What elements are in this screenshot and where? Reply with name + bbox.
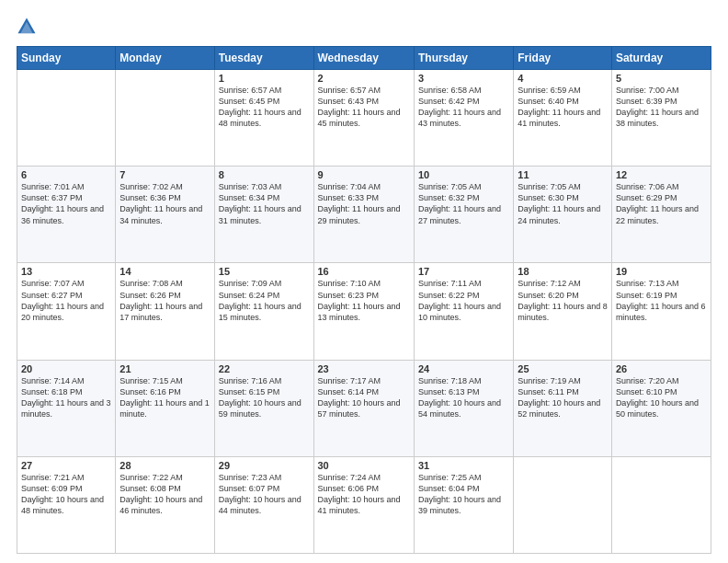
calendar-cell: 10Sunrise: 7:05 AM Sunset: 6:32 PM Dayli…	[414, 167, 513, 263]
calendar-header-row: SundayMondayTuesdayWednesdayThursdayFrid…	[17, 47, 711, 70]
day-number: 18	[518, 266, 608, 277]
day-number: 1	[219, 73, 310, 84]
day-info: Sunrise: 7:23 AM Sunset: 6:07 PM Dayligh…	[219, 472, 310, 517]
header	[17, 17, 711, 37]
day-number: 22	[219, 363, 310, 374]
column-header-thursday: Thursday	[414, 47, 513, 70]
day-info: Sunrise: 7:20 AM Sunset: 6:10 PM Dayligh…	[616, 375, 707, 420]
calendar-cell: 21Sunrise: 7:15 AM Sunset: 6:16 PM Dayli…	[116, 360, 214, 456]
day-number: 16	[318, 266, 410, 277]
calendar-cell: 30Sunrise: 7:24 AM Sunset: 6:06 PM Dayli…	[313, 456, 414, 553]
column-header-friday: Friday	[514, 47, 612, 70]
calendar-cell: 17Sunrise: 7:11 AM Sunset: 6:22 PM Dayli…	[414, 263, 513, 360]
day-info: Sunrise: 7:13 AM Sunset: 6:19 PM Dayligh…	[616, 278, 707, 323]
column-header-tuesday: Tuesday	[214, 47, 313, 70]
calendar-cell: 26Sunrise: 7:20 AM Sunset: 6:10 PM Dayli…	[611, 360, 711, 456]
day-number: 7	[119, 169, 210, 180]
day-info: Sunrise: 7:08 AM Sunset: 6:26 PM Dayligh…	[119, 278, 210, 323]
calendar-cell: 12Sunrise: 7:06 AM Sunset: 6:29 PM Dayli…	[611, 167, 711, 263]
calendar-cell: 31Sunrise: 7:25 AM Sunset: 6:04 PM Dayli…	[414, 456, 513, 553]
calendar-cell: 14Sunrise: 7:08 AM Sunset: 6:26 PM Dayli…	[116, 263, 214, 360]
calendar-cell: 4Sunrise: 6:59 AM Sunset: 6:40 PM Daylig…	[514, 70, 612, 167]
day-number: 9	[318, 169, 410, 180]
day-info: Sunrise: 7:10 AM Sunset: 6:23 PM Dayligh…	[318, 278, 410, 323]
day-number: 3	[418, 73, 509, 84]
calendar-cell: 16Sunrise: 7:10 AM Sunset: 6:23 PM Dayli…	[313, 263, 414, 360]
calendar-cell: 20Sunrise: 7:14 AM Sunset: 6:18 PM Dayli…	[17, 360, 116, 456]
calendar-week-row: 13Sunrise: 7:07 AM Sunset: 6:27 PM Dayli…	[17, 263, 711, 360]
day-number: 2	[318, 73, 410, 84]
day-info: Sunrise: 7:21 AM Sunset: 6:09 PM Dayligh…	[21, 472, 111, 517]
calendar-cell: 5Sunrise: 7:00 AM Sunset: 6:39 PM Daylig…	[611, 70, 711, 167]
calendar-cell	[17, 70, 116, 167]
day-number: 29	[219, 460, 310, 471]
calendar-week-row: 1Sunrise: 6:57 AM Sunset: 6:45 PM Daylig…	[17, 70, 711, 167]
calendar-cell: 3Sunrise: 6:58 AM Sunset: 6:42 PM Daylig…	[414, 70, 513, 167]
calendar-week-row: 6Sunrise: 7:01 AM Sunset: 6:37 PM Daylig…	[17, 167, 711, 263]
calendar-cell: 29Sunrise: 7:23 AM Sunset: 6:07 PM Dayli…	[214, 456, 313, 553]
calendar-cell: 8Sunrise: 7:03 AM Sunset: 6:34 PM Daylig…	[214, 167, 313, 263]
calendar-week-row: 27Sunrise: 7:21 AM Sunset: 6:09 PM Dayli…	[17, 456, 711, 553]
day-number: 13	[21, 266, 111, 277]
day-number: 30	[318, 460, 410, 471]
day-info: Sunrise: 7:02 AM Sunset: 6:36 PM Dayligh…	[119, 181, 210, 226]
calendar-cell: 2Sunrise: 6:57 AM Sunset: 6:43 PM Daylig…	[313, 70, 414, 167]
day-info: Sunrise: 7:15 AM Sunset: 6:16 PM Dayligh…	[119, 375, 210, 420]
day-info: Sunrise: 7:24 AM Sunset: 6:06 PM Dayligh…	[318, 472, 410, 517]
day-number: 15	[219, 266, 310, 277]
day-number: 6	[21, 169, 111, 180]
day-info: Sunrise: 7:07 AM Sunset: 6:27 PM Dayligh…	[21, 278, 111, 323]
day-number: 14	[119, 266, 210, 277]
day-number: 24	[418, 363, 509, 374]
day-info: Sunrise: 6:57 AM Sunset: 6:43 PM Dayligh…	[318, 85, 410, 130]
calendar-week-row: 20Sunrise: 7:14 AM Sunset: 6:18 PM Dayli…	[17, 360, 711, 456]
day-info: Sunrise: 7:17 AM Sunset: 6:14 PM Dayligh…	[318, 375, 410, 420]
column-header-sunday: Sunday	[17, 47, 116, 70]
calendar-cell: 22Sunrise: 7:16 AM Sunset: 6:15 PM Dayli…	[214, 360, 313, 456]
day-number: 4	[518, 73, 608, 84]
calendar-cell: 25Sunrise: 7:19 AM Sunset: 6:11 PM Dayli…	[514, 360, 612, 456]
calendar-cell: 1Sunrise: 6:57 AM Sunset: 6:45 PM Daylig…	[214, 70, 313, 167]
day-info: Sunrise: 7:11 AM Sunset: 6:22 PM Dayligh…	[418, 278, 509, 323]
day-info: Sunrise: 6:59 AM Sunset: 6:40 PM Dayligh…	[518, 85, 608, 130]
calendar-cell: 19Sunrise: 7:13 AM Sunset: 6:19 PM Dayli…	[611, 263, 711, 360]
day-info: Sunrise: 7:16 AM Sunset: 6:15 PM Dayligh…	[219, 375, 310, 420]
day-info: Sunrise: 7:05 AM Sunset: 6:30 PM Dayligh…	[518, 181, 608, 226]
calendar-cell: 15Sunrise: 7:09 AM Sunset: 6:24 PM Dayli…	[214, 263, 313, 360]
calendar-cell: 28Sunrise: 7:22 AM Sunset: 6:08 PM Dayli…	[116, 456, 214, 553]
day-info: Sunrise: 7:25 AM Sunset: 6:04 PM Dayligh…	[418, 472, 509, 517]
calendar-cell	[611, 456, 711, 553]
day-number: 31	[418, 460, 509, 471]
calendar-cell: 18Sunrise: 7:12 AM Sunset: 6:20 PM Dayli…	[514, 263, 612, 360]
calendar-cell	[116, 70, 214, 167]
day-number: 12	[616, 169, 707, 180]
day-number: 11	[518, 169, 608, 180]
day-info: Sunrise: 7:00 AM Sunset: 6:39 PM Dayligh…	[616, 85, 707, 130]
day-number: 25	[518, 363, 608, 374]
calendar-cell	[514, 456, 612, 553]
day-number: 8	[219, 169, 310, 180]
day-number: 5	[616, 73, 707, 84]
day-number: 19	[616, 266, 707, 277]
day-info: Sunrise: 7:18 AM Sunset: 6:13 PM Dayligh…	[418, 375, 509, 420]
day-info: Sunrise: 7:22 AM Sunset: 6:08 PM Dayligh…	[119, 472, 210, 517]
day-info: Sunrise: 7:01 AM Sunset: 6:37 PM Dayligh…	[21, 181, 111, 226]
column-header-wednesday: Wednesday	[313, 47, 414, 70]
calendar-cell: 23Sunrise: 7:17 AM Sunset: 6:14 PM Dayli…	[313, 360, 414, 456]
day-number: 17	[418, 266, 509, 277]
page: SundayMondayTuesdayWednesdayThursdayFrid…	[0, 0, 728, 563]
day-info: Sunrise: 7:04 AM Sunset: 6:33 PM Dayligh…	[318, 181, 410, 226]
calendar-cell: 6Sunrise: 7:01 AM Sunset: 6:37 PM Daylig…	[17, 167, 116, 263]
column-header-saturday: Saturday	[611, 47, 711, 70]
day-number: 21	[119, 363, 210, 374]
calendar-table: SundayMondayTuesdayWednesdayThursdayFrid…	[17, 46, 711, 554]
day-info: Sunrise: 7:03 AM Sunset: 6:34 PM Dayligh…	[219, 181, 310, 226]
day-number: 26	[616, 363, 707, 374]
logo-icon	[17, 17, 37, 37]
day-number: 27	[21, 460, 111, 471]
day-info: Sunrise: 7:05 AM Sunset: 6:32 PM Dayligh…	[418, 181, 509, 226]
day-info: Sunrise: 7:12 AM Sunset: 6:20 PM Dayligh…	[518, 278, 608, 323]
day-info: Sunrise: 7:14 AM Sunset: 6:18 PM Dayligh…	[21, 375, 111, 420]
day-info: Sunrise: 6:58 AM Sunset: 6:42 PM Dayligh…	[418, 85, 509, 130]
calendar-cell: 7Sunrise: 7:02 AM Sunset: 6:36 PM Daylig…	[116, 167, 214, 263]
